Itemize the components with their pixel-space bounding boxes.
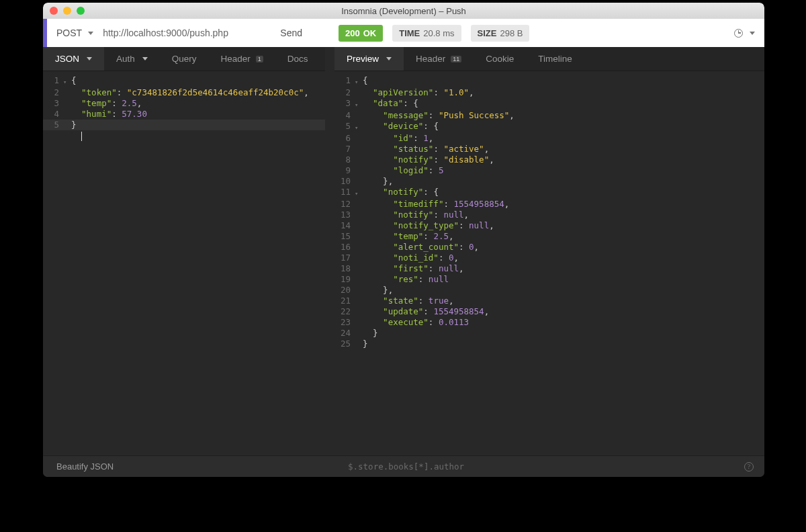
tab-resp-header-badge: 11 bbox=[451, 56, 461, 62]
status-code: 200 bbox=[345, 28, 360, 38]
send-button[interactable]: Send bbox=[280, 28, 302, 38]
response-body-viewer[interactable]: 1▾{ 2 "apiVersion": "1.0", 3▾ "data": { … bbox=[334, 71, 764, 455]
c: { bbox=[363, 75, 368, 85]
tab-preview-label: Preview bbox=[347, 54, 379, 64]
time-badge: TIME 20.8 ms bbox=[392, 25, 461, 42]
size-value: 298 B bbox=[500, 28, 523, 38]
code: , bbox=[137, 98, 142, 108]
history-button[interactable] bbox=[734, 29, 755, 38]
beautify-label: Beautify JSON bbox=[56, 461, 114, 472]
tab-auth-label: Auth bbox=[116, 54, 135, 64]
request-body-editor[interactable]: 1▾{ 2 "token": "c73481826f2d5e4614c46eaf… bbox=[43, 71, 325, 455]
c: "1.0" bbox=[443, 87, 469, 97]
code: 57.30 bbox=[122, 109, 147, 119]
tab-cookie-label: Cookie bbox=[486, 54, 514, 64]
pane-splitter[interactable] bbox=[325, 47, 334, 455]
tab-body-label: JSON bbox=[55, 54, 79, 64]
c: "temp" bbox=[393, 231, 423, 241]
status-text: OK bbox=[363, 28, 377, 38]
code: { bbox=[71, 75, 77, 85]
chevron-down-icon[interactable] bbox=[88, 32, 93, 35]
tab-header-badge: 1 bbox=[256, 56, 263, 62]
c: "notify" bbox=[383, 187, 423, 197]
c: true bbox=[429, 296, 449, 306]
c: 1554958854 bbox=[433, 306, 484, 316]
tab-query[interactable]: Query bbox=[160, 47, 209, 71]
c: "update" bbox=[383, 306, 423, 316]
url-input[interactable]: http://localhost:9000/push.php bbox=[103, 28, 280, 38]
c: "device" bbox=[383, 121, 423, 131]
tab-query-label: Query bbox=[172, 54, 197, 64]
window-title: Insomnia (Development) – Push bbox=[43, 6, 764, 16]
c: null bbox=[443, 210, 463, 220]
request-pane: JSON Auth Query Header1 Docs 1▾{ 2 "toke… bbox=[43, 47, 325, 455]
c: 0 bbox=[469, 242, 474, 252]
response-pane: Preview Header11 Cookie Timeline 1▾{ 2 "… bbox=[334, 47, 764, 455]
c: 1 bbox=[423, 133, 429, 143]
clock-icon bbox=[734, 29, 743, 38]
tab-preview[interactable]: Preview bbox=[334, 47, 404, 71]
tab-auth[interactable]: Auth bbox=[104, 47, 160, 71]
c: "first" bbox=[393, 263, 429, 273]
response-tabs: Preview Header11 Cookie Timeline bbox=[334, 47, 764, 71]
code: , bbox=[304, 87, 309, 97]
chevron-down-icon bbox=[750, 32, 755, 35]
code: 2.5 bbox=[122, 98, 137, 108]
divider bbox=[312, 19, 325, 47]
panes: JSON Auth Query Header1 Docs 1▾{ 2 "toke… bbox=[43, 47, 764, 455]
response-bar: 200OK TIME 20.8 ms SIZE 298 B bbox=[325, 25, 764, 42]
code: "temp" bbox=[81, 98, 111, 108]
c: "status" bbox=[393, 144, 433, 154]
c: "res" bbox=[393, 274, 418, 284]
tab-docs[interactable]: Docs bbox=[275, 47, 320, 71]
c: "notify_type" bbox=[393, 220, 459, 230]
help-icon[interactable]: ? bbox=[744, 462, 754, 472]
code: "humi" bbox=[81, 109, 111, 119]
c: 5 bbox=[439, 165, 444, 175]
c: "execute" bbox=[383, 317, 429, 327]
status-badge: 200OK bbox=[339, 25, 383, 42]
code: } bbox=[71, 120, 77, 130]
c: "notify" bbox=[393, 210, 433, 220]
time-label: TIME bbox=[399, 28, 420, 38]
tab-cookie[interactable]: Cookie bbox=[474, 47, 526, 71]
request-bar: POST http://localhost:9000/push.php Send bbox=[47, 28, 312, 38]
tab-resp-header[interactable]: Header11 bbox=[404, 47, 474, 71]
beautify-button[interactable]: Beautify JSON bbox=[43, 456, 325, 477]
jsonpath-input[interactable]: $.store.books[*].author? bbox=[334, 456, 764, 477]
tab-body[interactable]: JSON bbox=[43, 47, 104, 71]
code: : bbox=[111, 109, 122, 119]
text-cursor bbox=[81, 132, 82, 141]
tab-header-label: Header bbox=[221, 54, 251, 64]
code: : bbox=[111, 98, 122, 108]
c: "notify" bbox=[393, 154, 433, 165]
size-badge: SIZE 298 B bbox=[471, 25, 530, 42]
c: "state" bbox=[383, 296, 418, 306]
divider bbox=[325, 456, 334, 477]
c: "id" bbox=[393, 133, 413, 143]
chevron-down-icon bbox=[87, 57, 92, 60]
c: null bbox=[469, 220, 489, 230]
c: "logid" bbox=[393, 165, 429, 175]
c: "disable" bbox=[443, 154, 489, 165]
c: null bbox=[429, 274, 449, 284]
tab-header[interactable]: Header1 bbox=[209, 47, 275, 71]
c: "alert_count" bbox=[393, 242, 459, 252]
c: null bbox=[439, 263, 459, 273]
toolbar: POST http://localhost:9000/push.php Send… bbox=[43, 19, 764, 47]
app-window: Insomnia (Development) – Push POST http:… bbox=[43, 3, 764, 477]
c: "Push Success" bbox=[439, 110, 509, 120]
c: "timediff" bbox=[393, 199, 443, 209]
c: "data" bbox=[373, 98, 403, 108]
code: "token" bbox=[81, 87, 117, 97]
code: : bbox=[117, 87, 127, 97]
method-selector[interactable]: POST bbox=[56, 28, 85, 38]
code: "c73481826f2d5e4614c46eaff24b20c0c" bbox=[127, 87, 304, 97]
tab-timeline-label: Timeline bbox=[538, 54, 572, 64]
c: 0.0113 bbox=[439, 317, 469, 327]
tab-timeline[interactable]: Timeline bbox=[526, 47, 584, 71]
c: "apiVersion" bbox=[373, 87, 433, 97]
size-label: SIZE bbox=[478, 28, 497, 38]
c: "noti_id" bbox=[393, 253, 439, 263]
c: 1554958854 bbox=[453, 199, 504, 209]
